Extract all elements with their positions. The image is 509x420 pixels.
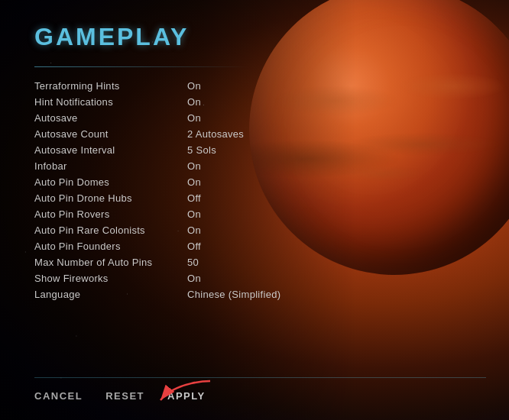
setting-label: Auto Pin Founders (34, 241, 187, 252)
setting-value: 5 Sols (187, 144, 216, 156)
setting-value: On (187, 112, 201, 124)
setting-row[interactable]: Autosave Count2 Autosaves (34, 126, 486, 142)
setting-label: Show Fireworks (34, 273, 187, 284)
setting-label: Autosave (34, 112, 187, 124)
setting-row[interactable]: Hint NotificationsOn (34, 94, 486, 110)
bottom-bar: CANCEL RESET APPLY (34, 377, 486, 405)
setting-value: Off (187, 192, 201, 204)
setting-label: Auto Pin Rovers (34, 208, 187, 220)
setting-label: Hint Notifications (34, 96, 187, 108)
setting-row[interactable]: Terraforming HintsOn (34, 78, 486, 94)
setting-value: Chinese (Simplified) (187, 289, 280, 300)
setting-row[interactable]: Show FireworksOn (34, 270, 486, 286)
setting-label: Language (34, 289, 187, 300)
setting-row[interactable]: Max Number of Auto Pins50 (34, 254, 486, 270)
setting-row[interactable]: LanguageChinese (Simplified) (34, 286, 486, 302)
setting-label: Infobar (34, 160, 187, 172)
setting-value: On (187, 176, 201, 188)
setting-row[interactable]: Autosave Interval5 Sols (34, 142, 486, 158)
setting-value: On (187, 160, 201, 172)
setting-value: On (187, 225, 201, 236)
setting-value: On (187, 80, 201, 92)
setting-row[interactable]: Auto Pin FoundersOff (34, 238, 486, 254)
arrow-indicator (153, 377, 214, 411)
setting-label: Autosave Interval (34, 144, 187, 156)
page-title: GAMEPLAY (34, 23, 486, 51)
settings-list: Terraforming HintsOnHint NotificationsOn… (34, 78, 486, 377)
cancel-button[interactable]: CANCEL (34, 387, 83, 405)
setting-label: Auto Pin Drone Hubs (34, 192, 187, 204)
setting-value: On (187, 273, 201, 284)
reset-button[interactable]: RESET (105, 387, 144, 405)
setting-value: On (187, 96, 201, 108)
setting-label: Max Number of Auto Pins (34, 257, 187, 268)
setting-value: 2 Autosaves (187, 128, 244, 140)
setting-row[interactable]: Auto Pin RoversOn (34, 206, 486, 222)
setting-row[interactable]: AutosaveOn (34, 110, 486, 126)
setting-row[interactable]: InfobarOn (34, 158, 486, 174)
setting-row[interactable]: Auto Pin Rare ColonistsOn (34, 222, 486, 238)
main-content: GAMEPLAY Terraforming HintsOnHint Notifi… (0, 0, 509, 420)
title-separator (34, 66, 248, 67)
setting-row[interactable]: Auto Pin DomesOn (34, 174, 486, 190)
setting-label: Terraforming Hints (34, 80, 187, 92)
setting-row[interactable]: Auto Pin Drone HubsOff (34, 190, 486, 206)
setting-value: 50 (187, 257, 199, 268)
setting-label: Auto Pin Rare Colonists (34, 225, 187, 236)
setting-value: Off (187, 241, 201, 252)
setting-value: On (187, 208, 201, 220)
setting-label: Auto Pin Domes (34, 176, 187, 188)
setting-label: Autosave Count (34, 128, 187, 140)
